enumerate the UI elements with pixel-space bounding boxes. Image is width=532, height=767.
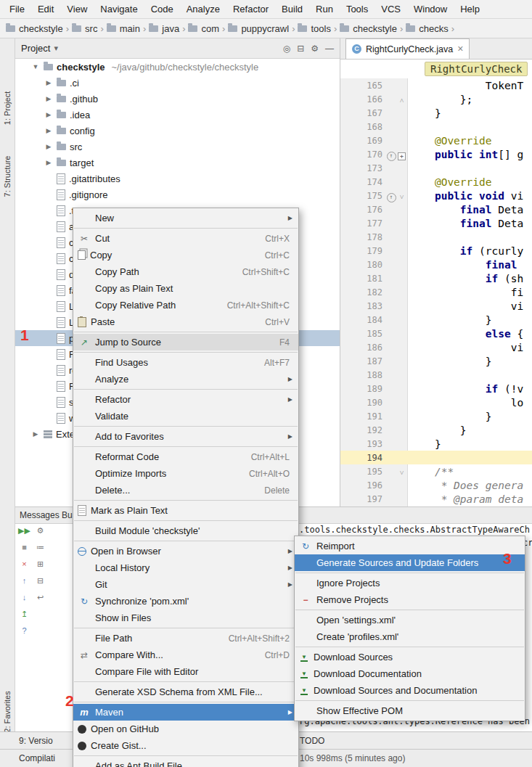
menu-item-compare-file-with-editor[interactable]: Compare File with Editor	[73, 663, 298, 680]
menu-edit[interactable]: Edit	[31, 0, 60, 18]
expand-arrow-icon[interactable]: ▶	[44, 95, 53, 102]
menu-item-show-in-files[interactable]: Show in Files	[73, 610, 298, 626]
menu-build[interactable]: Build	[275, 0, 309, 18]
menu-item-new[interactable]: New▶	[73, 210, 298, 226]
fold-expand-icon[interactable]: +	[398, 152, 406, 160]
menu-item-delete[interactable]: Delete...Delete	[73, 482, 298, 499]
locate-icon[interactable]: ◎	[283, 44, 290, 54]
tree-item-gitignore[interactable]: .gitignore	[15, 186, 340, 202]
expand-arrow-icon[interactable]: ▶	[44, 127, 53, 134]
breadcrumb-item-com[interactable]: com	[188, 23, 219, 34]
menu-window[interactable]: Window	[407, 0, 454, 18]
breadcrumb-item-tools[interactable]: tools	[298, 23, 330, 34]
menu-item-mark-as-plain-text[interactable]: Mark as Plain Text	[73, 502, 298, 519]
menu-item-download-documentation[interactable]: ▼Download Documentation	[295, 665, 525, 682]
toolwindow-button-todo[interactable]: TODO	[300, 736, 324, 746]
expand-arrow-icon[interactable]: ▶	[44, 159, 53, 166]
menu-run[interactable]: Run	[309, 0, 340, 18]
breadcrumb-class-chip[interactable]: RightCurlyCheck	[425, 62, 528, 76]
menu-item-open-on-github[interactable]: Open on GitHub	[73, 721, 298, 737]
menu-item-generate-xsd-schema-from-xml-file[interactable]: Generate XSD Schema from XML File...	[73, 684, 298, 700]
tree-item-config[interactable]: ▶config	[15, 123, 340, 139]
fold-chevron-icon[interactable]: ˅	[400, 193, 404, 201]
menu-item-optimize-imports[interactable]: Optimize ImportsCtrl+Alt+O	[73, 465, 298, 482]
menu-analyze[interactable]: Analyze	[180, 0, 226, 18]
menu-item-validate[interactable]: Validate	[73, 408, 298, 424]
breadcrumb-item-checkstyle[interactable]: checkstyle	[6, 23, 63, 34]
menu-item-compare-with[interactable]: ⇄Compare With...Ctrl+D	[73, 647, 298, 663]
tree-item-src[interactable]: ▶src	[15, 139, 340, 155]
help-icon[interactable]: ?	[22, 626, 26, 635]
menu-item-download-sources[interactable]: ▼Download Sources	[295, 649, 525, 665]
menu-item-build-module-checkstyle[interactable]: Build Module 'checkstyle'	[73, 522, 298, 539]
menu-help[interactable]: Help	[454, 0, 486, 18]
menu-item-copy[interactable]: CopyCtrl+C	[73, 247, 298, 263]
soft-wrap-icon[interactable]: ↩	[37, 593, 44, 602]
menu-item-open-settings-xml[interactable]: Open 'settings.xml'	[295, 612, 525, 628]
export-icon[interactable]: ↥	[21, 610, 28, 618]
menu-item-open-in-browser[interactable]: Open in Browser▶	[73, 543, 298, 559]
breadcrumb-item-puppycrawl[interactable]: puppycrawl	[228, 23, 289, 34]
breadcrumb-item-java[interactable]: java	[149, 23, 179, 34]
menu-item-local-history[interactable]: Local History▶	[73, 559, 298, 576]
tool-stripe-button-7-structure[interactable]: 7: Structure	[0, 140, 15, 213]
tool-stripe-button-1-project[interactable]: 1: Project	[0, 79, 15, 137]
menu-item-generate-sources-and-update-folders[interactable]: Generate Sources and Update Folders	[295, 554, 525, 571]
menu-item-analyze[interactable]: Analyze▶	[73, 371, 298, 387]
menu-item-add-as-ant-build-file[interactable]: Add as Ant Build File	[73, 758, 298, 767]
expand-arrow-icon[interactable]: ▶	[31, 430, 40, 438]
chevron-down-icon[interactable]: ▾	[54, 44, 58, 53]
code-editor[interactable]: 165 TokenT166˄ };167 }168169 @Override17…	[340, 78, 532, 506]
menu-refactor[interactable]: Refactor	[226, 0, 275, 18]
tree-root-checkstyle[interactable]: ▼checkstyle~/java/github/checkstyle/chec…	[15, 59, 340, 75]
close-icon[interactable]: ×	[22, 559, 26, 568]
expand-arrow-icon[interactable]: ▶	[44, 143, 53, 150]
menu-item-download-sources-and-documentation[interactable]: ▼Download Sources and Documentation	[295, 682, 525, 699]
collapse-all-icon[interactable]: ⊟	[297, 44, 304, 54]
menu-item-copy-relative-path[interactable]: Copy Relative PathCtrl+Alt+Shift+C	[73, 297, 298, 313]
override-method-icon[interactable]: ↑	[387, 193, 396, 202]
menu-file[interactable]: File	[3, 0, 31, 18]
tree-item-target[interactable]: ▶target	[15, 155, 340, 171]
menu-item-file-path[interactable]: File PathCtrl+Alt+Shift+2	[73, 630, 298, 647]
menu-item-git[interactable]: Git▶	[73, 576, 298, 593]
collapse-all-icon[interactable]: ⊟	[37, 576, 44, 585]
menu-item-show-effective-pom[interactable]: Show Effective POM	[295, 702, 525, 719]
expand-arrow-icon[interactable]: ▶	[44, 111, 53, 118]
tree-item-ci[interactable]: ▶.ci	[15, 75, 340, 91]
menu-item-jump-to-source[interactable]: ↗Jump to SourceF4	[73, 334, 298, 350]
menu-item-ignore-projects[interactable]: Ignore Projects	[295, 575, 525, 591]
tree-item-idea[interactable]: ▶.idea	[15, 107, 340, 123]
menu-item-refactor[interactable]: Refactor▶	[73, 391, 298, 408]
breadcrumb-item-main[interactable]: main	[107, 23, 140, 34]
close-icon[interactable]: ×	[457, 44, 463, 54]
fold-chevron-icon[interactable]: ˅	[400, 469, 404, 477]
fold-chevron-icon[interactable]: ˄	[400, 97, 404, 104]
menu-item-add-to-favorites[interactable]: Add to Favorites▶	[73, 428, 298, 445]
tree-item-gitattributes[interactable]: .gitattributes	[15, 171, 340, 186]
previous-message-icon[interactable]: ↑	[22, 576, 27, 585]
menu-item-synchronize-pom-xml[interactable]: ↻Synchronize 'pom.xml'	[73, 593, 298, 610]
filter-icon[interactable]: ≔	[36, 543, 44, 551]
breadcrumb-item-src[interactable]: src	[72, 23, 97, 34]
override-method-icon[interactable]: ↑	[387, 152, 396, 161]
collapse-arrow-icon[interactable]: ▼	[31, 63, 40, 70]
tree-item-github[interactable]: ▶.github	[15, 91, 340, 107]
menu-vcs[interactable]: VCS	[375, 0, 407, 18]
hide-icon[interactable]: —	[325, 44, 334, 54]
menu-item-reformat-code[interactable]: Reformat CodeCtrl+Alt+L	[73, 448, 298, 465]
menu-item-reimport[interactable]: ↻Reimport	[295, 538, 525, 554]
settings-gear-icon[interactable]: ⚙	[311, 44, 319, 54]
breadcrumb-item-checks[interactable]: checks	[406, 23, 448, 34]
menu-code[interactable]: Code	[144, 0, 180, 18]
menu-item-maven[interactable]: mMaven▶	[73, 704, 298, 721]
menu-tools[interactable]: Tools	[340, 0, 375, 18]
menu-item-copy-path[interactable]: Copy PathCtrl+Shift+C	[73, 263, 298, 280]
expand-arrow-icon[interactable]: ▶	[44, 79, 53, 86]
settings-icon[interactable]: ⚙	[37, 526, 44, 535]
editor-tab-rightcurlycheck[interactable]: C RightCurlyCheck.java ×	[345, 38, 470, 59]
stop-icon[interactable]: ■	[22, 543, 27, 551]
menu-item-copy-as-plain-text[interactable]: Copy as Plain Text	[73, 280, 298, 297]
menu-item-paste[interactable]: PasteCtrl+V	[73, 313, 298, 330]
next-message-icon[interactable]: ↓	[22, 593, 27, 602]
